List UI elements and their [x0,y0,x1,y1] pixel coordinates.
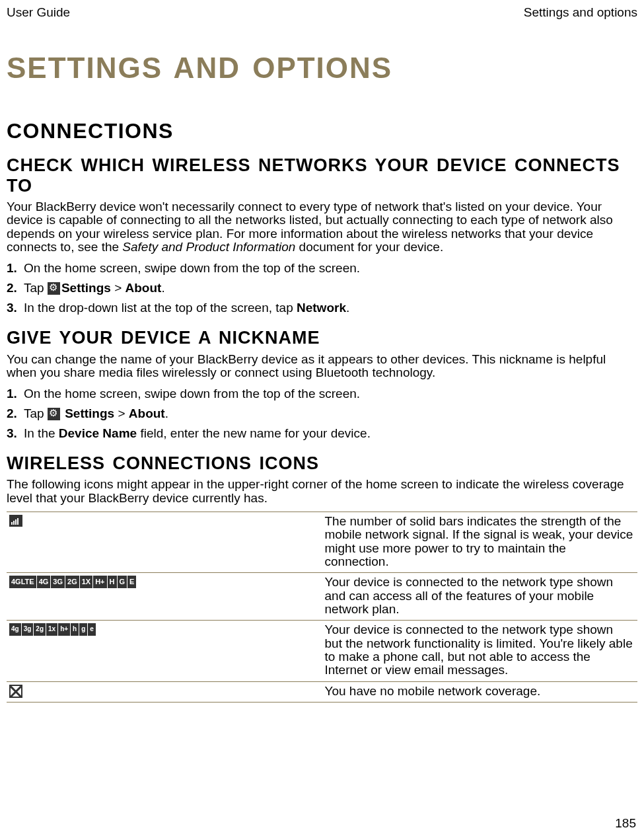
network-label: Network [297,301,346,315]
about-label: About [129,406,165,420]
page-number: 185 [615,816,636,831]
net-h-small-icon: h [71,623,79,636]
signal-bars-icon [9,515,22,527]
no-coverage-icon [9,685,22,698]
net-g-icon: G [118,576,127,588]
subsection-title-nickname: GIVE YOUR DEVICE A NICKNAME [7,328,637,348]
net-4glte-icon: 4GLTE [9,576,36,588]
step-end: . [165,406,168,420]
description-cell: Your device is connected to the network … [322,573,638,621]
gt-separator: > [111,281,125,295]
settings-label: Settings [61,406,114,420]
step-end: . [346,301,349,315]
net-e-small-icon: e [88,623,96,636]
step-item: On the home screen, swipe down from the … [7,386,637,402]
net-hplus-small-icon: h+ [58,623,70,636]
safety-doc-title: Safety and Product Information [122,240,295,254]
intro-text-post: document for your device. [295,240,443,254]
check-networks-steps: On the home screen, swipe down from the … [7,260,637,316]
step-text: In the drop-down list at the top of the … [24,301,297,315]
network-type-icons-full: 4GLTE 4G 3G 2G 1X H+ H G E [9,576,136,588]
step-item: In the Device Name field, enter the new … [7,426,637,442]
net-3g-icon: 3G [51,576,65,588]
header-left-label: User Guide [7,5,70,20]
step-item: On the home screen, swipe down from the … [7,260,637,277]
icons-intro: The following icons might appear in the … [7,478,637,505]
icon-cell [7,512,322,572]
net-1x-small-icon: 1x [46,623,57,636]
icon-cell: 4GLTE 4G 3G 2G 1X H+ H G E [7,573,322,621]
subsection-title-icons: WIRELESS CONNECTIONS ICONS [7,453,637,474]
wireless-icons-table: The number of solid bars indicates the s… [7,512,637,703]
step-text: In the [24,426,59,440]
subsection-title-check-networks: CHECK WHICH WIRELESS NETWORKS YOUR DEVIC… [7,155,637,196]
nickname-steps: On the home screen, swipe down from the … [7,386,637,441]
header-right-label: Settings and options [524,5,637,20]
table-row: 4g 3g 2g 1x h+ h g e Your device is conn… [7,621,637,681]
step-text: Tap [24,281,48,295]
net-4g-small-icon: 4g [9,623,21,636]
net-4g-icon: 4G [37,576,51,588]
step-end: . [161,281,164,295]
step-item: Tap Settings > About. [7,280,637,297]
table-row: You have no mobile network coverage. [7,681,637,702]
gear-icon [48,282,60,295]
about-label: About [125,281,162,295]
step-end: field, enter the new name for your devic… [137,426,371,440]
nickname-intro: You can change the name of your BlackBer… [7,353,637,380]
net-e-icon: E [127,576,136,588]
section-title-connections: CONNECTIONS [7,119,637,143]
settings-label: Settings [61,281,111,295]
step-item: In the drop-down list at the top of the … [7,300,637,317]
net-2g-icon: 2G [65,576,79,588]
gear-icon [48,408,60,420]
net-g-small-icon: g [79,623,87,636]
step-text: Tap [24,406,48,420]
device-name-label: Device Name [59,426,137,440]
chapter-title: SETTINGS AND OPTIONS [7,52,637,85]
gt-separator: > [114,406,129,420]
table-row: 4GLTE 4G 3G 2G 1X H+ H G E Your device i… [7,573,637,621]
icon-cell [7,681,322,702]
net-2g-small-icon: 2g [34,623,46,636]
check-networks-intro: Your BlackBerry device won't necessarily… [7,200,637,254]
step-item: Tap Settings > About. [7,406,637,422]
net-h-icon: H [108,576,117,588]
description-cell: Your device is connected to the network … [322,621,638,681]
net-hplus-icon: H+ [93,576,106,588]
net-3g-small-icon: 3g [22,623,34,636]
description-cell: The number of solid bars indicates the s… [322,512,638,572]
icon-cell: 4g 3g 2g 1x h+ h g e [7,621,322,681]
network-type-icons-limited: 4g 3g 2g 1x h+ h g e [9,623,96,636]
description-cell: You have no mobile network coverage. [322,681,638,702]
net-1x-icon: 1X [80,576,92,588]
table-row: The number of solid bars indicates the s… [7,512,637,572]
page-header: User Guide Settings and options [7,5,637,20]
